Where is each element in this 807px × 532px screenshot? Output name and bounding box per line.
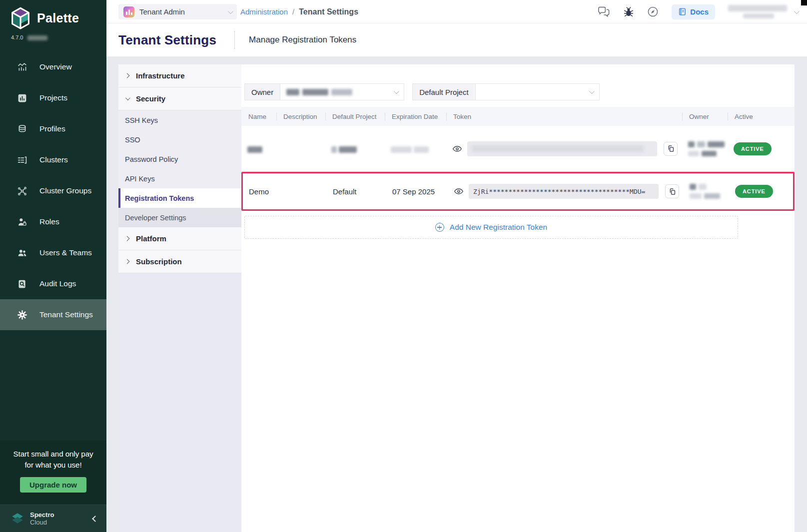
settings-group-security[interactable]: Security [118, 87, 241, 110]
settings-item-label: API Keys [125, 175, 155, 183]
sidebar-item-roles[interactable]: Roles [0, 206, 106, 237]
column-header-owner: Owner [688, 113, 734, 120]
column-header-default-project: Default Project [331, 113, 391, 120]
eye-icon [452, 144, 462, 154]
roles-icon [17, 217, 27, 227]
chat-icon [598, 6, 610, 17]
copy-token-button[interactable] [664, 142, 678, 156]
sidebar-item-clusters[interactable]: Clusters [0, 144, 106, 175]
registration-tokens-panel: Owner Default Project Name Description [241, 64, 795, 532]
upgrade-now-button[interactable]: Upgrade now [20, 477, 86, 493]
sidebar-item-label: Tenant Settings [39, 310, 93, 319]
column-header-token: Token [452, 113, 688, 120]
plus-icon [435, 223, 444, 232]
upgrade-promo: Start small and only pay for what you us… [0, 441, 106, 505]
table-row[interactable]: ACTIVE [241, 126, 795, 172]
breadcrumb-administration-link[interactable]: Administration [240, 7, 288, 16]
token-value-redacted [467, 141, 657, 156]
sidebar-item-overview[interactable]: Overview [0, 51, 106, 82]
filter-bar: Owner Default Project [244, 83, 795, 100]
version-label: 4.7.0 [0, 29, 106, 40]
sidebar-item-users-teams[interactable]: Users & Teams [0, 237, 106, 268]
cell-expiration: 07 Sep 2025 [392, 187, 454, 196]
column-header-expiration-date: Expiration Date [391, 113, 452, 120]
sidebar-footer: Spectro Cloud [0, 505, 106, 532]
user-menu[interactable] [728, 5, 798, 18]
settings-item-label: Password Policy [125, 155, 178, 163]
sidebar-item-label: Roles [39, 217, 59, 226]
settings-group-platform[interactable]: Platform [118, 227, 241, 250]
page-header: Tenant Settings Manage Registration Toke… [106, 23, 807, 56]
column-header-description: Description [282, 113, 331, 120]
owner-filter[interactable]: Owner [244, 83, 404, 100]
sidebar-item-projects[interactable]: Projects [0, 82, 106, 113]
cell-token: ZjRi************************************… [454, 184, 690, 199]
settings-item-password-policy[interactable]: Password Policy [118, 149, 241, 169]
topbar-actions: Docs [598, 0, 798, 23]
add-registration-token-button[interactable]: Add New Registration Token [244, 216, 738, 239]
settings-item-label: Registration Tokens [125, 194, 194, 202]
collapse-sidebar-icon[interactable] [92, 516, 98, 522]
chevron-right-icon [125, 73, 130, 78]
feedback-button[interactable] [598, 6, 610, 17]
cell-active: ACTIVE [735, 185, 787, 198]
table-header-row: Name Description Default Project Expirat… [241, 107, 795, 126]
chevron-right-icon [125, 236, 130, 241]
breadcrumb: Administration / Tenant Settings [240, 0, 358, 23]
settings-item-developer-settings[interactable]: Developer Settings [118, 208, 241, 227]
compass-icon [647, 6, 659, 17]
app-window: Palette 4.7.0 Overview Projects [0, 0, 807, 532]
audit-logs-icon [17, 279, 27, 289]
brand-name: Palette [37, 11, 79, 25]
copy-token-button[interactable] [665, 184, 679, 198]
report-bug-button[interactable] [623, 6, 634, 17]
sidebar-item-cluster-groups[interactable]: Cluster Groups [0, 175, 106, 206]
overview-icon [17, 62, 27, 72]
settings-group-infrastructure[interactable]: Infrastructure [118, 64, 241, 87]
sidebar-item-label: Overview [39, 62, 72, 71]
default-project-filter-label: Default Project [413, 84, 475, 100]
settings-item-registration-tokens[interactable]: Registration Tokens [118, 188, 241, 208]
gear-icon [17, 310, 27, 320]
content-area: Infrastructure Security SSH Keys SSO Pas… [106, 56, 807, 532]
default-project-filter[interactable]: Default Project [412, 83, 599, 100]
users-teams-icon [17, 248, 27, 258]
cell-name: Demo [249, 187, 284, 196]
clusters-icon [17, 155, 27, 165]
user-name-redacted [728, 5, 787, 18]
show-token-button[interactable] [454, 186, 464, 196]
cell-expiration-redacted [391, 144, 452, 153]
cluster-groups-icon [17, 186, 27, 196]
docs-button[interactable]: Docs [672, 4, 715, 19]
cell-active: ACTIVE [734, 142, 789, 155]
sidebar-item-profiles[interactable]: Profiles [0, 113, 106, 144]
show-token-button[interactable] [452, 144, 462, 154]
scope-selector-label: Tenant Admin [139, 7, 185, 16]
screen-corner-artifact [801, 0, 807, 5]
scope-selector[interactable]: Tenant Admin [118, 4, 237, 19]
sidebar-item-audit-logs[interactable]: Audit Logs [0, 268, 106, 299]
spectro-cloud-logo-icon [11, 513, 24, 525]
settings-item-sso[interactable]: SSO [118, 130, 241, 149]
column-header-active: Active [734, 113, 789, 120]
explore-button[interactable] [647, 6, 659, 17]
eye-icon [454, 186, 464, 196]
page-subtitle: Manage Registration Tokens [249, 35, 356, 45]
settings-group-subscription[interactable]: Subscription [118, 250, 241, 273]
sidebar-item-label: Cluster Groups [39, 186, 91, 195]
sidebar-item-label: Audit Logs [39, 279, 76, 288]
settings-item-label: SSO [125, 136, 140, 144]
settings-item-api-keys[interactable]: API Keys [118, 169, 241, 188]
promo-text-line2: for what you use! [0, 460, 106, 471]
settings-item-ssh-keys[interactable]: SSH Keys [118, 110, 241, 130]
table-row-highlighted[interactable]: Demo Default 07 Sep 2025 ZjRi***********… [241, 172, 795, 211]
owner-filter-label: Owner [245, 84, 280, 100]
sidebar-item-tenant-settings[interactable]: Tenant Settings [0, 299, 106, 330]
status-badge: ACTIVE [735, 185, 773, 198]
settings-item-label: Developer Settings [125, 214, 186, 222]
projects-icon [17, 93, 27, 103]
page-title: Tenant Settings [118, 32, 216, 48]
brand-logo: Palette [0, 0, 106, 29]
copy-icon [669, 188, 676, 195]
footer-brand-line2: Cloud [30, 519, 54, 526]
